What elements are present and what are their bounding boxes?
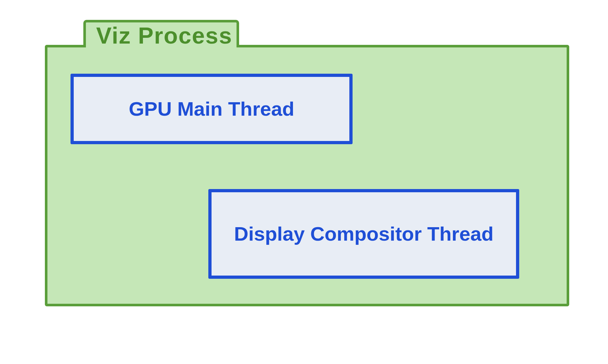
display-compositor-thread-label: Display Compositor Thread xyxy=(234,223,494,245)
viz-process-title: Viz Process xyxy=(96,22,232,49)
gpu-main-thread-label: GPU Main Thread xyxy=(129,98,295,120)
diagram-canvas: Viz Process GPU Main Thread Display Comp… xyxy=(0,0,608,364)
display-compositor-thread-box: Display Compositor Thread xyxy=(208,189,519,279)
gpu-main-thread-box: GPU Main Thread xyxy=(71,74,353,144)
